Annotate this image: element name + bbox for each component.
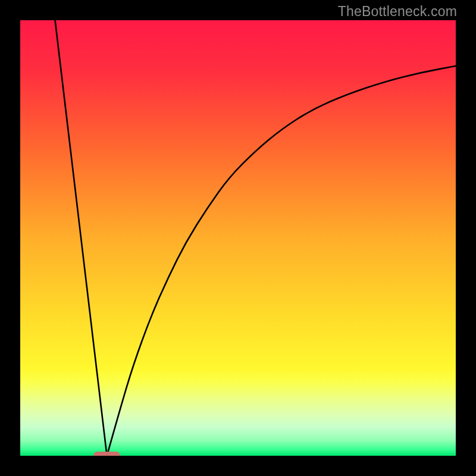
plot-area — [20, 20, 456, 456]
chart-curve — [20, 20, 456, 456]
watermark-text: TheBottleneck.com — [338, 4, 457, 20]
chart-frame: TheBottleneck.com — [0, 0, 476, 476]
minimum-marker — [93, 452, 120, 456]
